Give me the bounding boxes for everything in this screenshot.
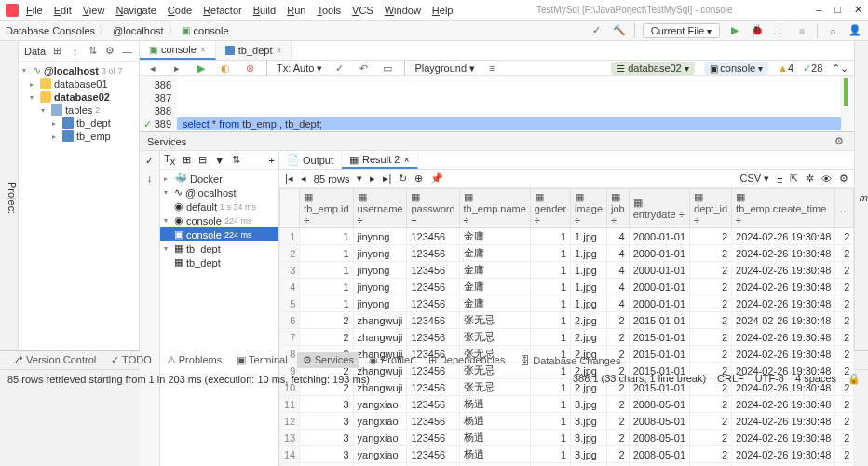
view-icon[interactable]: ≡	[484, 61, 499, 75]
menu-run[interactable]: Run	[287, 5, 305, 16]
tree-tables-folder[interactable]: ▾ tables 2	[19, 103, 139, 116]
next-page-icon[interactable]: ▸	[370, 172, 375, 185]
last-page-icon[interactable]: ▸|	[383, 172, 391, 185]
table-row[interactable]: 62zhangwuji123456张无忌12.jpg22015-01-01220…	[280, 312, 854, 329]
run-config-dropdown[interactable]: Current File ▾	[643, 23, 720, 38]
service-console-node[interactable]: ▾◉ console 224 ms	[160, 213, 278, 227]
add-icon[interactable]: +	[269, 155, 275, 166]
csv-dropdown[interactable]: CSV ▾	[740, 172, 770, 185]
service-table[interactable]: ▾▦ tb_dept	[160, 241, 278, 255]
stop-icon[interactable]: ■	[794, 23, 809, 38]
result-tab-result2[interactable]: ▦ Result 2 ×	[342, 151, 418, 169]
sort-icon[interactable]: ⇅	[232, 154, 240, 166]
import-icon[interactable]: ⇱	[790, 172, 798, 185]
first-page-icon[interactable]: |◂	[285, 172, 293, 185]
table-row[interactable]: 153yangxiao123456杨逍13.jpg22008-05-012202…	[280, 463, 854, 467]
bottom-tab-todo[interactable]: ✓ TODO	[105, 352, 156, 368]
table-row[interactable]: 123yangxiao123456杨逍13.jpg22008-05-012202…	[280, 413, 854, 430]
column-header[interactable]: ▦ tb_emp.id ÷	[300, 189, 353, 228]
line-sep[interactable]: CRLF	[717, 373, 744, 385]
playground-dropdown[interactable]: Playground ▾	[414, 62, 475, 75]
add-row-icon[interactable]: ⊕	[414, 172, 423, 185]
back-icon[interactable]: ✓	[590, 23, 604, 38]
column-header[interactable]: ▦ password ÷	[407, 189, 459, 228]
breadcrumb-item[interactable]: console	[194, 25, 229, 36]
service-datasource[interactable]: ▾∿ @localhost	[160, 185, 278, 199]
view-mode-icon[interactable]: ✲	[806, 172, 814, 185]
reload-icon[interactable]: ↻	[399, 172, 407, 185]
column-header[interactable]: ▦ dept_id ÷	[690, 189, 732, 228]
indent[interactable]: 4 spaces	[795, 373, 836, 385]
table-row[interactable]: 21jinyong123456金庸11.jpg42000-01-0122024-…	[280, 245, 854, 262]
column-header[interactable]: ▦ gender ÷	[530, 189, 570, 228]
bottom-tab-database-changes[interactable]: 🗄 Database Changes	[514, 353, 626, 368]
caret-position[interactable]: 388:1 (33 chars, 1 line break)	[573, 373, 706, 385]
pin-icon[interactable]: 📌	[430, 172, 443, 185]
gear-icon[interactable]: ⚙	[839, 172, 848, 185]
table-row[interactable]: 31jinyong123456金庸11.jpg42000-01-0122024-…	[280, 262, 854, 279]
table-row[interactable]: 113yangxiao123456杨逍13.jpg22008-05-012202…	[280, 396, 854, 413]
menu-file[interactable]: File	[26, 5, 43, 16]
service-docker[interactable]: ▸🐳 Docker	[160, 171, 278, 185]
menu-code[interactable]: Code	[168, 5, 192, 16]
bottom-tab-version-control[interactable]: ⎇ Version Control	[6, 352, 102, 368]
bottom-tab-terminal[interactable]: ▣ Terminal	[231, 352, 292, 368]
breadcrumb-item[interactable]: @localhost	[113, 25, 164, 36]
service-session[interactable]: ◉ default 1 s 34 ms	[160, 199, 278, 213]
tree-table[interactable]: ▸ tb_dept	[19, 116, 139, 130]
minimize-icon[interactable]: –	[816, 4, 821, 16]
column-header[interactable]: ▦ username ÷	[353, 189, 407, 228]
explain-icon[interactable]: ◐	[218, 61, 233, 75]
expand-icon[interactable]: ⊞	[183, 154, 191, 166]
column-header[interactable]: ▦ job ÷	[607, 189, 630, 228]
menu-help[interactable]: Help	[432, 5, 454, 16]
tree-schema[interactable]: ▾ database02	[19, 90, 139, 103]
menu-vcs[interactable]: VCS	[352, 5, 373, 16]
history-right-icon[interactable]: ▸	[170, 61, 184, 75]
commit-icon[interactable]: ✓	[332, 61, 346, 75]
bottom-tab-problems[interactable]: ⚠ Problems	[161, 352, 228, 368]
column-header[interactable]: ▦ image ÷	[571, 189, 607, 228]
minimize-panel-icon[interactable]: —	[121, 44, 133, 59]
table-row[interactable]: 72zhangwuji123456张无忌12.jpg22015-01-01220…	[280, 329, 854, 346]
table-row[interactable]: 11jinyong123456金庸11.jpg42000-01-0122024-…	[280, 228, 854, 245]
maximize-icon[interactable]: □	[834, 4, 841, 16]
result-tab-output[interactable]: 📄 Output	[279, 151, 342, 169]
menu-window[interactable]: Window	[385, 5, 421, 16]
menu-build[interactable]: Build	[253, 5, 276, 16]
info-count[interactable]: ✓28	[803, 62, 822, 75]
table-row[interactable]: 51jinyong123456金庸11.jpg42000-01-0122024-…	[280, 295, 854, 312]
more-icon[interactable]: ⋮	[772, 23, 787, 38]
prev-page-icon[interactable]: ◂	[301, 172, 306, 185]
eye-icon[interactable]: 👁	[821, 173, 832, 185]
service-console-run[interactable]: ▣ console 224 ms	[160, 227, 278, 241]
menu-view[interactable]: View	[83, 5, 105, 16]
collapse-icon[interactable]: ⊟	[198, 154, 207, 166]
close-tab-icon[interactable]: ×	[200, 45, 206, 55]
execute-icon[interactable]: ▶	[194, 61, 209, 75]
service-table-child[interactable]: ▦ tb_dept	[160, 255, 278, 269]
tab-tbdept[interactable]: tb_dept×	[216, 41, 292, 60]
export-icon[interactable]: ±	[777, 173, 782, 185]
gear-icon[interactable]: ⚙	[104, 44, 116, 59]
run-icon[interactable]: ▶	[727, 23, 742, 38]
isolate-icon[interactable]: ▭	[380, 61, 395, 75]
add-icon[interactable]: ⊞	[51, 44, 63, 59]
project-tool-button[interactable]: Project	[7, 182, 18, 213]
menu-refactor[interactable]: Refactor	[203, 5, 242, 16]
build-icon[interactable]: 🔨	[612, 23, 627, 38]
refresh-icon[interactable]: ↕	[69, 44, 81, 59]
encoding[interactable]: UTF-8	[755, 373, 784, 385]
column-header[interactable]: ▦ tb_emp.name ÷	[459, 189, 530, 228]
warn-count[interactable]: ▲4	[778, 62, 793, 74]
breadcrumb-item[interactable]: Database Consoles	[6, 25, 95, 36]
tree-table[interactable]: ▸ tb_emp	[19, 130, 139, 143]
column-header[interactable]: ▦ entrydate ÷	[629, 189, 689, 228]
chevron-updown-icon[interactable]: ⌃⌄	[832, 62, 848, 75]
close-tab-icon[interactable]: ×	[276, 46, 281, 56]
bottom-tab-dependencies[interactable]: ⊞ Dependencies	[423, 352, 510, 368]
settings-icon[interactable]: 👤	[848, 23, 862, 38]
column-header[interactable]: ▦ tb_emp.create_time ÷	[732, 189, 835, 228]
menu-tools[interactable]: Tools	[317, 5, 341, 16]
tree-datasource[interactable]: ▾∿ @localhost 3 of 7	[19, 63, 139, 77]
